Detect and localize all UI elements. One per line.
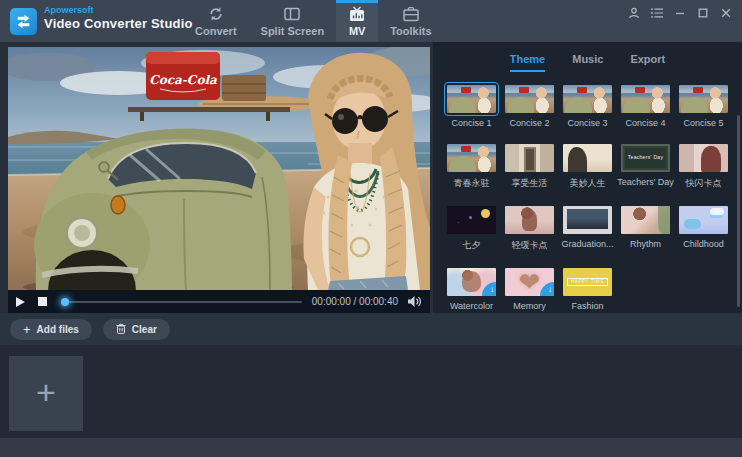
brand-name: Apowersoft (44, 5, 193, 16)
theme-label: Watercolor (443, 301, 500, 311)
main-nav: Convert Split Screen MV (183, 0, 444, 42)
theme-item[interactable]: Rhythm (621, 206, 670, 252)
theme-item[interactable]: Concise 2 (505, 85, 554, 128)
theme-label: Rhythm (617, 239, 674, 249)
theme-item[interactable]: Teachers' Day Teachers' Day (621, 144, 670, 190)
maximize-button[interactable] (697, 7, 709, 19)
theme-panel: Theme Music Export Concise 1 Concise 2 C… (433, 42, 742, 313)
add-files-label: Add files (37, 324, 79, 335)
theme-thumbnail (447, 206, 496, 234)
theme-art-text: HAPPY TIME (567, 278, 608, 287)
theme-thumbnail (679, 206, 728, 234)
toolbar: + Add files Clear (0, 313, 742, 345)
main-area: Coca-Cola (0, 42, 742, 313)
tab-toolkits[interactable]: Toolkits (378, 0, 443, 42)
theme-item[interactable]: ↓ Memory (505, 268, 554, 311)
video-frame-illustration: Coca-Cola (8, 47, 430, 290)
convert-icon (207, 6, 225, 22)
tab-label: MV (349, 25, 366, 37)
add-files-button[interactable]: + Add files (10, 319, 92, 340)
theme-label: Fashion (559, 301, 616, 311)
play-button[interactable] (16, 297, 25, 307)
theme-item[interactable]: 七夕 (447, 206, 496, 252)
theme-label: 快闪卡点 (675, 177, 732, 190)
theme-thumbnail (447, 144, 496, 172)
account-icon[interactable] (628, 7, 640, 19)
clear-label: Clear (132, 324, 157, 335)
theme-item[interactable]: 美妙人生 (563, 144, 612, 190)
stop-button[interactable] (38, 297, 47, 306)
trash-icon (116, 323, 126, 336)
close-button[interactable] (720, 7, 732, 19)
seek-slider[interactable] (61, 298, 302, 306)
plus-icon: + (36, 375, 56, 409)
theme-item[interactable]: Concise 4 (621, 85, 670, 128)
theme-item[interactable]: 青春永驻 (447, 144, 496, 190)
download-badge: ↓ (540, 282, 554, 296)
theme-thumbnail (563, 144, 612, 172)
theme-art-text: Teachers' Day (628, 155, 663, 161)
theme-item[interactable]: Childhood (679, 206, 728, 252)
theme-thumbnail (447, 85, 496, 113)
plus-icon: + (23, 323, 31, 336)
tab-label: Split Screen (261, 25, 325, 37)
theme-item[interactable]: 快闪卡点 (679, 144, 728, 190)
time-display: 00:00:00 / 00:00:40 (312, 296, 398, 307)
theme-label: 七夕 (443, 239, 500, 252)
theme-thumbnail (679, 144, 728, 172)
theme-label: Graduation... (559, 239, 616, 249)
mv-icon (348, 6, 366, 22)
theme-thumbnail (505, 144, 554, 172)
theme-item[interactable]: HAPPY TIME Fashion (563, 268, 612, 311)
theme-item[interactable]: Concise 3 (563, 85, 612, 128)
theme-item[interactable]: Graduation... (563, 206, 612, 252)
theme-grid: Concise 1 Concise 2 Concise 3 Concise 4 … (447, 85, 733, 311)
status-bar (0, 438, 742, 457)
titlebar: Apowersoft Video Converter Studio Conver… (0, 0, 742, 42)
app-title: Video Converter Studio (44, 16, 193, 32)
cooler-label-text: Coca-Cola (149, 73, 217, 87)
theme-label: 青春永驻 (443, 177, 500, 190)
tab-convert[interactable]: Convert (183, 0, 249, 42)
tab-music[interactable]: Music (572, 53, 603, 72)
theme-label: Concise 3 (559, 118, 616, 128)
theme-label: Concise 4 (617, 118, 674, 128)
theme-label: 轻缓卡点 (501, 239, 558, 252)
theme-thumbnail (679, 85, 728, 113)
theme-thumbnail: ↓ (447, 268, 496, 296)
theme-label: Concise 2 (501, 118, 558, 128)
add-video-tile[interactable]: + (9, 356, 83, 431)
theme-thumbnail (621, 85, 670, 113)
window-controls (628, 7, 732, 19)
theme-item[interactable]: 轻缓卡点 (505, 206, 554, 252)
player-bar: 00:00:00 / 00:00:40 (8, 290, 430, 313)
menu-icon[interactable] (651, 7, 663, 19)
tab-theme[interactable]: Theme (510, 53, 545, 72)
preview-panel: Coca-Cola (0, 42, 433, 313)
tab-label: Toolkits (390, 25, 431, 37)
download-badge: ↓ (482, 282, 496, 296)
theme-thumbnail: HAPPY TIME (563, 268, 612, 296)
theme-thumbnail: ↓ (505, 268, 554, 296)
theme-label: Concise 5 (675, 118, 732, 128)
theme-item[interactable]: Concise 5 (679, 85, 728, 128)
tab-split-screen[interactable]: Split Screen (249, 0, 337, 42)
theme-thumbnail (563, 85, 612, 113)
file-list-area: + (0, 345, 742, 438)
volume-icon[interactable] (408, 296, 421, 307)
minimize-button[interactable] (674, 7, 686, 19)
theme-scrollbar[interactable] (737, 115, 740, 307)
app-logo-icon (10, 8, 37, 35)
seek-handle[interactable] (61, 298, 69, 306)
theme-item[interactable]: Concise 1 (447, 85, 496, 128)
theme-item[interactable]: 享受生活 (505, 144, 554, 190)
clear-button[interactable]: Clear (103, 319, 170, 340)
theme-item[interactable]: ↓ Watercolor (447, 268, 496, 311)
theme-panel-tabs: Theme Music Export (433, 42, 742, 72)
theme-label: Teachers' Day (617, 177, 674, 187)
brand-block: Apowersoft Video Converter Studio (44, 5, 193, 33)
theme-label: Memory (501, 301, 558, 311)
video-preview[interactable]: Coca-Cola (8, 47, 430, 290)
tab-export[interactable]: Export (630, 53, 665, 72)
tab-mv[interactable]: MV (336, 0, 378, 42)
